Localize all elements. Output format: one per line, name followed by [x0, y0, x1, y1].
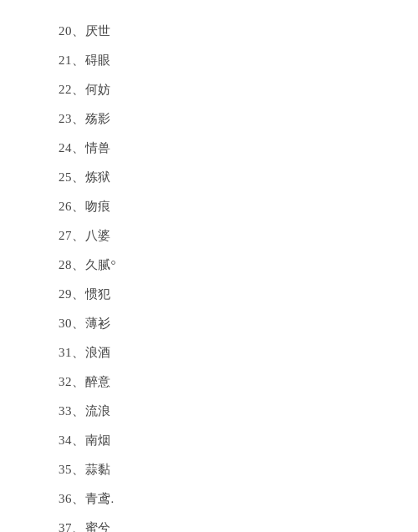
item-text: 浪酒	[85, 346, 111, 359]
list-item: 32、醉意	[59, 367, 359, 397]
list-item: 36、青鸢.	[59, 484, 359, 514]
item-text: 久腻°	[85, 258, 117, 271]
list-item: 25、炼狱	[59, 163, 359, 192]
item-number: 22、	[59, 83, 85, 96]
list-item: 22、何妨	[59, 75, 359, 104]
item-number: 31、	[59, 346, 85, 359]
list-container: 20、厌世21、碍眼22、何妨23、殇影24、情兽25、炼狱26、吻痕27、八婆…	[0, 0, 418, 532]
item-text: 流浪	[85, 404, 111, 418]
item-text: 蒜黏	[85, 463, 111, 476]
item-number: 33、	[59, 404, 85, 418]
item-number: 29、	[59, 287, 85, 301]
item-text: 殇影	[85, 112, 111, 125]
item-text: 碍眼	[85, 53, 111, 67]
list-item: 21、碍眼	[59, 46, 359, 75]
list-item: 23、殇影	[59, 104, 359, 134]
list-item: 30、薄衫	[59, 309, 359, 338]
item-text: 薄衫	[85, 317, 111, 330]
item-text: 情兽	[85, 141, 111, 155]
item-number: 36、	[59, 492, 85, 505]
item-text: 南烟	[85, 433, 111, 447]
item-number: 20、	[59, 24, 85, 38]
item-number: 24、	[59, 141, 85, 155]
item-text: 八婆	[85, 229, 111, 242]
list-item: 35、蒜黏	[59, 455, 359, 484]
list-item: 33、流浪	[59, 397, 359, 426]
item-text: 炼狱	[85, 170, 111, 184]
item-number: 37、	[59, 521, 85, 532]
list-item: 26、吻痕	[59, 192, 359, 221]
item-number: 34、	[59, 433, 85, 447]
item-number: 30、	[59, 317, 85, 330]
list-item: 24、情兽	[59, 134, 359, 163]
list-item: 34、南烟	[59, 426, 359, 455]
list-item: 27、八婆	[59, 221, 359, 251]
item-text: 醉意	[85, 375, 111, 388]
list-item: 31、浪酒	[59, 338, 359, 367]
item-number: 32、	[59, 375, 85, 388]
item-text: 惯犯	[85, 287, 111, 301]
item-number: 26、	[59, 200, 85, 213]
item-text: 何妨	[85, 83, 111, 96]
item-number: 21、	[59, 53, 85, 67]
item-text: 蜜兮	[85, 521, 111, 532]
list-item: 20、厌世	[59, 17, 359, 46]
item-number: 28、	[59, 258, 85, 271]
list-item: 29、惯犯	[59, 280, 359, 309]
item-text: 吻痕	[85, 200, 111, 213]
item-text: 厌世	[85, 24, 111, 38]
list-item: 37、蜜兮	[59, 514, 359, 532]
item-number: 35、	[59, 463, 85, 476]
item-number: 27、	[59, 229, 85, 242]
item-text: 青鸢.	[85, 492, 115, 505]
item-number: 25、	[59, 170, 85, 184]
list-item: 28、久腻°	[59, 251, 359, 280]
item-number: 23、	[59, 112, 85, 125]
